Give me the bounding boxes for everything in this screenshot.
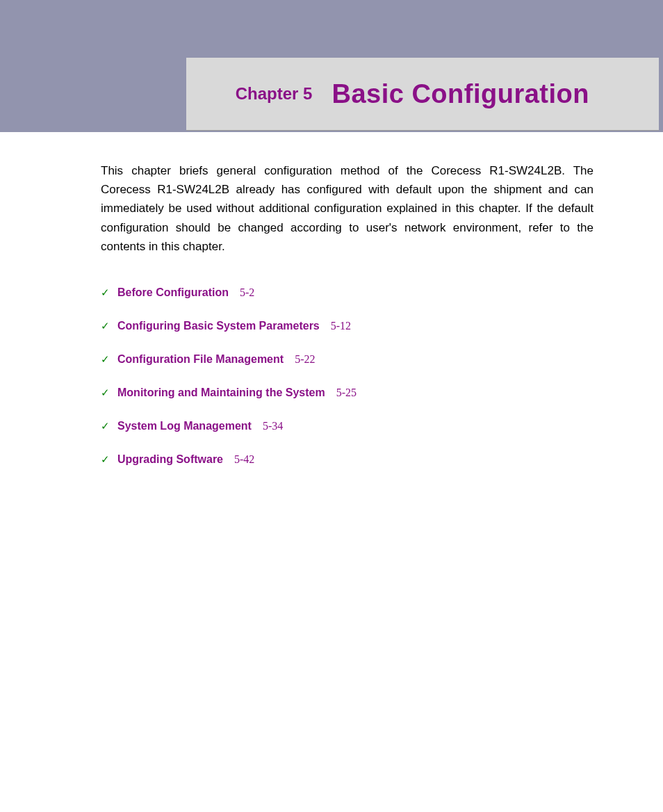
toc-page: 5-25 [336,387,357,399]
toc-label: Before Configuration [117,286,229,299]
toc-item: ✓ Configuring Basic System Parameters 5-… [101,320,594,332]
toc-item: ✓ Configuration File Management 5-22 [101,353,594,366]
toc-label: System Log Management [117,420,252,432]
check-icon: ✓ [101,453,117,466]
toc-label: Configuration File Management [117,353,284,366]
check-icon: ✓ [101,420,117,432]
toc-label: Configuring Basic System Parameters [117,320,320,332]
chapter-title: Basic Configuration [332,79,589,109]
toc-page: 5-12 [331,320,351,332]
check-icon: ✓ [101,387,117,399]
check-icon: ✓ [101,353,117,366]
chapter-label: Chapter 5 [236,84,313,104]
toc-item: ✓ Monitoring and Maintaining the System … [101,387,594,399]
toc-label: Monitoring and Maintaining the System [117,387,325,399]
chapter-title-box: Chapter 5 Basic Configuration [186,58,659,131]
toc-page: 5-22 [295,353,315,366]
header-band: Chapter 5 Basic Configuration [0,0,663,132]
table-of-contents: ✓ Before Configuration 5-2 ✓ Configuring… [101,286,594,466]
toc-item: ✓ Before Configuration 5-2 [101,286,594,299]
toc-page: 5-34 [263,420,283,432]
toc-page: 5-2 [240,286,254,299]
check-icon: ✓ [101,320,117,332]
toc-item: ✓ System Log Management 5-34 [101,420,594,432]
content-area: This chapter briefs general configuratio… [0,132,663,466]
check-icon: ✓ [101,286,117,299]
toc-page: 5-42 [234,453,254,466]
toc-item: ✓ Upgrading Software 5-42 [101,453,594,466]
intro-paragraph: This chapter briefs general configuratio… [101,161,594,256]
toc-label: Upgrading Software [117,453,223,466]
